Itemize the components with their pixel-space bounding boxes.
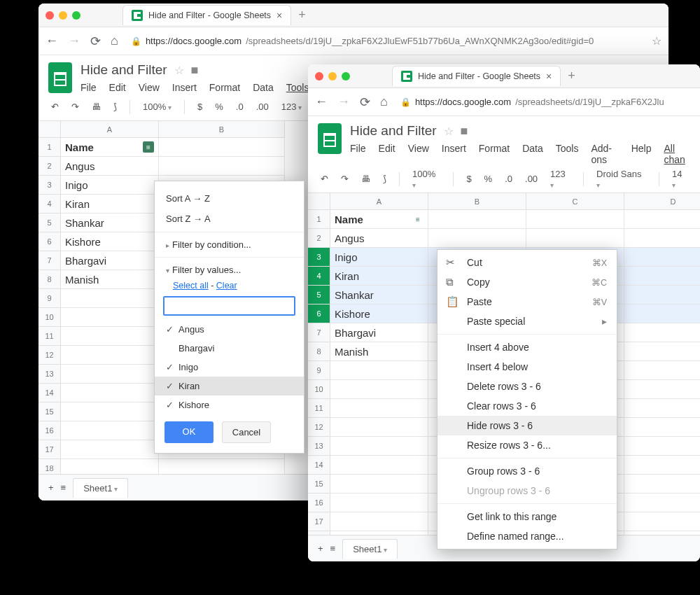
col-header[interactable]: A [61, 121, 159, 138]
add-sheet-icon[interactable]: + [318, 543, 323, 554]
ctx-paste-special[interactable]: Paste special▸ [438, 312, 617, 331]
cell[interactable] [330, 475, 428, 493]
row-header[interactable]: 4 [308, 267, 330, 286]
row-header[interactable]: 10 [38, 308, 61, 327]
cell[interactable] [624, 512, 700, 531]
cell[interactable] [61, 346, 159, 365]
filter-value[interactable]: Kiran [155, 377, 304, 396]
menu-view[interactable]: View [139, 82, 160, 93]
sheet-tab[interactable]: Sheet1 [73, 478, 128, 498]
percent-format-icon[interactable]: % [482, 174, 496, 184]
ctx-named-range[interactable]: Define named range... [438, 526, 617, 546]
row-header[interactable]: 2 [38, 157, 61, 176]
ctx-get-link[interactable]: Get link to this range [438, 507, 617, 526]
forward-icon[interactable]: → [68, 34, 80, 48]
cell[interactable] [624, 493, 700, 512]
cell[interactable] [526, 229, 624, 248]
undo-icon[interactable]: ↶ [48, 102, 62, 112]
close-window-icon[interactable] [46, 11, 54, 20]
sort-za[interactable]: Sort Z → A [155, 209, 304, 229]
cell[interactable]: Angus [330, 229, 428, 248]
ctx-hide-rows[interactable]: Hide rows 3 - 6 [438, 416, 617, 435]
number-format-dropdown[interactable]: 123 [279, 102, 304, 112]
cell[interactable] [428, 229, 526, 248]
ctx-clear-rows[interactable]: Clear rows 3 - 6 [438, 396, 617, 416]
row-header[interactable]: 14 [38, 384, 61, 402]
cell[interactable] [624, 380, 700, 399]
ctx-resize-rows[interactable]: Resize rows 3 - 6... [438, 435, 617, 455]
minimize-window-icon[interactable] [59, 11, 67, 20]
back-icon[interactable]: ← [46, 34, 58, 48]
cell[interactable]: Inigo [61, 176, 159, 195]
cell[interactable] [330, 380, 428, 399]
col-header[interactable]: B [428, 193, 526, 210]
home-icon[interactable]: ⌂ [380, 94, 388, 109]
row-header[interactable]: 13 [308, 437, 330, 456]
cell[interactable]: Kishore [61, 232, 159, 251]
cell[interactable] [330, 512, 428, 531]
ctx-copy[interactable]: ⧉Copy⌘C [438, 272, 617, 292]
cell[interactable]: Manish [330, 342, 428, 361]
menu-format[interactable]: Format [209, 82, 240, 93]
filter-by-condition[interactable]: ▸Filter by condition... [155, 235, 304, 254]
filter-value[interactable]: Angus [155, 320, 304, 339]
row-header[interactable]: 10 [308, 380, 330, 399]
close-tab-icon[interactable]: × [546, 71, 552, 82]
cell[interactable] [624, 229, 700, 248]
row-header[interactable]: 11 [308, 399, 330, 418]
doc-title[interactable]: Hide and Filter [80, 62, 167, 78]
decrease-decimal-icon[interactable]: .0 [233, 102, 246, 112]
font-dropdown[interactable]: Droid Sans [594, 169, 649, 190]
row-header[interactable]: 5 [38, 214, 61, 232]
currency-format-icon[interactable]: $ [195, 102, 205, 112]
url-field[interactable]: 🔒 https://docs.google.com/spreadsheets/d… [128, 33, 642, 49]
col-header[interactable]: D [624, 193, 700, 210]
bookmark-star-icon[interactable]: ☆ [652, 34, 662, 48]
percent-format-icon[interactable]: % [212, 102, 226, 112]
minimize-window-icon[interactable] [328, 72, 337, 80]
cell[interactable] [624, 418, 700, 437]
row-header[interactable]: 7 [308, 323, 330, 342]
cell[interactable] [624, 437, 700, 456]
doc-title[interactable]: Hide and Filter [350, 123, 437, 139]
menu-file[interactable]: File [80, 82, 97, 93]
filter-search-input[interactable] [163, 296, 295, 316]
sheets-logo-icon[interactable] [48, 62, 72, 93]
row-header[interactable]: 13 [38, 365, 61, 384]
increase-decimal-icon[interactable]: .00 [522, 174, 540, 184]
cell[interactable] [330, 493, 428, 512]
cell[interactable]: Shankar [61, 214, 159, 232]
print-icon[interactable]: 🖶 [358, 174, 373, 184]
row-header[interactable]: 5 [308, 286, 330, 304]
new-tab-icon[interactable]: + [568, 69, 575, 83]
cell[interactable] [330, 361, 428, 380]
row-header[interactable]: 14 [308, 456, 330, 475]
menu-insert[interactable]: Insert [442, 143, 466, 165]
menu-help[interactable]: Help [631, 143, 652, 165]
cell[interactable] [624, 456, 700, 475]
filter-icon[interactable]: ≡ [412, 214, 424, 225]
zoom-dropdown[interactable]: 100% [140, 102, 174, 112]
col-header[interactable]: C [526, 193, 624, 210]
row-header[interactable]: 9 [308, 361, 330, 380]
ctx-paste[interactable]: 📋Paste⌘V [438, 292, 617, 312]
filter-value[interactable]: Inigo [155, 358, 304, 377]
number-format-dropdown[interactable]: 123 [547, 169, 573, 190]
cell[interactable] [159, 138, 285, 157]
ctx-insert-below[interactable]: Insert 4 below [438, 357, 617, 377]
menu-file[interactable]: File [350, 143, 366, 165]
menu-data[interactable]: Data [522, 143, 543, 165]
cell[interactable]: Kishore [330, 304, 428, 323]
redo-icon[interactable]: ↷ [69, 102, 82, 112]
add-sheet-icon[interactable]: + [48, 482, 54, 493]
maximize-window-icon[interactable] [342, 72, 350, 80]
ctx-insert-above[interactable]: Insert 4 above [438, 337, 617, 357]
menu-tools[interactable]: Tools [286, 82, 309, 93]
cell[interactable] [330, 399, 428, 418]
row-header[interactable]: 17 [38, 440, 61, 459]
ctx-delete-rows[interactable]: Delete rows 3 - 6 [438, 377, 617, 396]
all-sheets-icon[interactable]: ≡ [330, 543, 336, 554]
col-header[interactable]: A [330, 193, 428, 210]
col-header[interactable]: B [159, 121, 285, 138]
back-icon[interactable]: ← [315, 94, 328, 109]
